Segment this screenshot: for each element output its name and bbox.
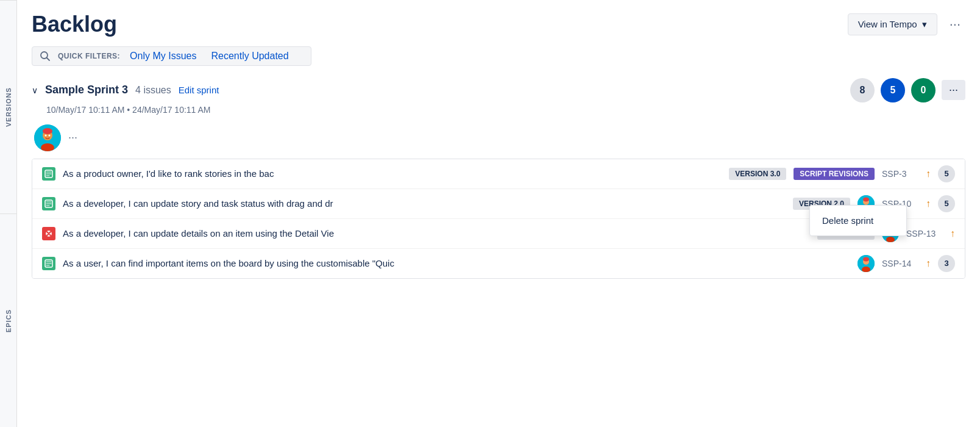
- table-row[interactable]: As a user, I can find important items on…: [32, 249, 965, 278]
- edit-sprint-link[interactable]: Edit sprint: [179, 85, 219, 95]
- view-in-tempo-button[interactable]: View in Tempo ▾: [848, 13, 937, 35]
- sprint-header-left: ∨ Sample Sprint 3 4 issues Edit sprint: [32, 84, 219, 96]
- svg-point-5: [43, 128, 52, 134]
- gray-count-badge: 8: [850, 78, 875, 102]
- avatar: [857, 255, 875, 272]
- side-labels: VERSIONS EPICS: [0, 0, 17, 427]
- story-points: 3: [938, 255, 955, 272]
- svg-line-1: [47, 57, 50, 60]
- green-count-badge: 0: [911, 78, 936, 102]
- recently-updated-filter[interactable]: Recently Updated: [211, 51, 288, 62]
- sprint-header-right: 8 5 0 ···: [850, 78, 965, 102]
- sprint-issues-count: 4 issues: [135, 85, 171, 96]
- version-badge: VERSION 3.0: [729, 168, 786, 180]
- header-actions: View in Tempo ▾ ···: [848, 13, 965, 35]
- epics-label[interactable]: EPICS: [0, 214, 16, 427]
- avatar: [34, 124, 61, 151]
- quick-filters-label: QUICK FILTERS:: [58, 52, 120, 60]
- sprint-collapse-chevron[interactable]: ∨: [32, 85, 38, 95]
- dropdown-arrow-icon: ▾: [922, 19, 927, 30]
- more-options-button[interactable]: ···: [945, 14, 965, 35]
- issue-type-story-icon: [42, 167, 55, 181]
- priority-icon: ↑: [950, 228, 955, 239]
- blue-count-badge: 5: [881, 78, 905, 102]
- issue-summary: As a user, I can find important items on…: [63, 258, 850, 268]
- issue-type-bug-icon: [42, 227, 55, 240]
- sprint-header: ∨ Sample Sprint 3 4 issues Edit sprint 8…: [32, 78, 965, 102]
- sprint-dates: 10/May/17 10:11 AM • 24/May/17 10:11 AM: [46, 105, 965, 115]
- user-more-dots[interactable]: ···: [68, 131, 77, 144]
- issue-id: SSP-14: [882, 259, 918, 268]
- only-my-issues-filter[interactable]: Only My Issues: [130, 51, 196, 62]
- issue-summary: As a developer, I can update story and t…: [63, 198, 786, 209]
- epic-badge: SCRIPT REVISIONS: [794, 168, 875, 180]
- filter-row: QUICK FILTERS: Only My Issues Recently U…: [32, 46, 311, 66]
- priority-icon: ↑: [926, 198, 931, 209]
- search-icon[interactable]: [40, 51, 51, 62]
- delete-sprint-item[interactable]: Delete sprint: [810, 209, 906, 232]
- page-title: Backlog: [32, 12, 117, 37]
- priority-icon: ↑: [926, 258, 931, 269]
- svg-point-13: [863, 197, 869, 201]
- sprint-user-row: ···: [34, 124, 965, 151]
- sprint-more-button[interactable]: ···: [942, 80, 965, 100]
- svg-point-7: [49, 134, 51, 136]
- issue-id: SSP-3: [882, 169, 918, 179]
- story-points: 5: [938, 165, 955, 182]
- priority-icon: ↑: [926, 168, 931, 179]
- issue-type-story-icon: [42, 197, 55, 210]
- svg-point-23: [863, 257, 869, 261]
- issue-summary: As a developer, I can update details on …: [63, 228, 810, 239]
- table-row[interactable]: As a product owner, I'd like to rank sto…: [32, 159, 965, 189]
- issue-summary: As a product owner, I'd like to rank sto…: [63, 168, 722, 179]
- story-points: 5: [938, 195, 955, 212]
- sprint-section: ∨ Sample Sprint 3 4 issues Edit sprint 8…: [32, 78, 965, 427]
- svg-point-6: [45, 134, 47, 136]
- header-row: Backlog View in Tempo ▾ ···: [32, 12, 965, 37]
- sprint-name: Sample Sprint 3: [45, 84, 128, 96]
- issue-type-story-icon: [42, 257, 55, 270]
- sprint-dropdown-menu: Delete sprint: [809, 205, 907, 236]
- versions-label[interactable]: VERSIONS: [0, 0, 16, 214]
- issue-id: SSP-13: [906, 229, 943, 239]
